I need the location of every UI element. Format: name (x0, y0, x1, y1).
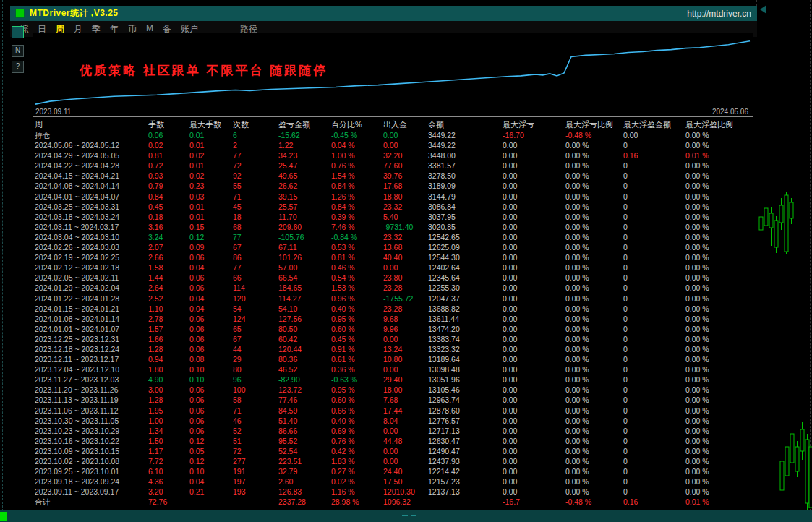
value-cell: 0.00 (503, 487, 565, 497)
value-cell: 12963.74 (428, 395, 503, 405)
table-row[interactable]: 合计72.762337.2828.98 %1096.32-16.7-0.48 %… (35, 497, 756, 507)
value-cell: 13611.44 (428, 314, 503, 324)
table-row[interactable]: 2024.02.19 ~ 2024.02.252.660.0686101.260… (35, 252, 756, 262)
value-cell: 0.91 % (331, 344, 383, 354)
table-row[interactable]: 2023.10.30 ~ 2023.11.051.000.064651.400.… (35, 416, 756, 426)
value-cell: 12214.42 (428, 466, 503, 476)
table-row[interactable]: 持仓0.060.016-15.62-0.45 %0.003449.22-16.7… (35, 130, 756, 140)
value-cell: 0 (623, 487, 685, 497)
value-cell: 0.00 % (565, 395, 623, 405)
tool-button-n[interactable]: N (12, 45, 24, 57)
value-cell: 1.58 (148, 262, 189, 273)
value-cell: 18 (233, 212, 278, 222)
value-cell: 3.20 (148, 487, 189, 497)
value-cell: 0.01 % (685, 497, 747, 507)
table-row[interactable]: 2024.03.25 ~ 2024.03.310.450.014525.570.… (35, 202, 756, 212)
value-cell: 0 (623, 364, 685, 375)
value-cell: 0.00 (503, 232, 565, 242)
table-row[interactable]: 2023.10.02 ~ 2023.10.087.720.12277223.51… (35, 456, 756, 466)
table-row[interactable]: 2023.11.13 ~ 2023.11.191.280.065877.460.… (35, 395, 756, 405)
value-cell: 0.00 % (685, 324, 747, 334)
period-cell: 2023.10.09 ~ 2023.10.15 (35, 446, 148, 456)
table-row[interactable]: 2023.12.11 ~ 2023.12.170.940.082980.360.… (35, 354, 756, 364)
table-row[interactable]: 2024.02.05 ~ 2024.02.111.440.066666.540.… (35, 273, 756, 283)
value-cell: 0.00 % (565, 324, 623, 334)
value-cell: 0.00 (383, 426, 428, 436)
value-cell: 0.00 % (565, 252, 623, 262)
value-cell: 77 (233, 262, 278, 273)
value-cell: 1.95 (148, 406, 189, 416)
value-cell: 101.26 (278, 252, 331, 262)
table-row[interactable]: 2024.04.08 ~ 2024.04.140.790.235526.620.… (35, 181, 756, 191)
value-cell: 0.00 (503, 242, 565, 252)
table-row[interactable]: 2024.01.15 ~ 2024.01.211.100.045454.100.… (35, 304, 756, 314)
table-row[interactable]: 2023.11.06 ~ 2023.11.121.950.067184.590.… (35, 406, 756, 416)
table-row[interactable]: 2024.04.22 ~ 2024.04.280.720.017225.470.… (35, 161, 756, 171)
table-row[interactable]: 2023.09.11 ~ 2023.09.173.200.21193126.83… (35, 487, 756, 497)
table-row[interactable]: 2023.12.18 ~ 2023.12.241.280.0644120.440… (35, 344, 756, 354)
value-cell: 0.00 (503, 212, 565, 222)
table-row[interactable]: 2024.04.01 ~ 2024.04.070.840.037139.151.… (35, 192, 756, 202)
table-row[interactable]: 2023.10.09 ~ 2023.10.151.170.057252.540.… (35, 446, 756, 456)
value-cell: 0.00 % (565, 456, 623, 466)
table-row[interactable]: 2023.12.25 ~ 2023.12.311.660.066760.420.… (35, 334, 756, 344)
table-row[interactable]: 2023.10.16 ~ 2023.10.221.500.125195.520.… (35, 436, 756, 446)
value-cell: 1.83 % (331, 456, 383, 466)
value-cell: -0.48 % (565, 497, 623, 507)
value-cell: 0.00 % (685, 395, 747, 405)
table-row[interactable]: 2024.04.15 ~ 2024.04.210.930.029249.651.… (35, 171, 756, 181)
scrollbar-tick (411, 515, 416, 516)
value-cell: 0.04 (189, 304, 233, 314)
value-cell: 13383.74 (428, 334, 503, 344)
table-row[interactable]: 2023.12.04 ~ 2023.12.101.800.108046.520.… (35, 364, 756, 375)
table-row[interactable]: 2024.03.04 ~ 2024.03.103.240.1277-105.76… (35, 232, 756, 242)
value-cell: 0.00 % (565, 476, 623, 487)
table-row[interactable]: 2024.01.01 ~ 2024.01.071.570.066580.500.… (35, 324, 756, 334)
table-row[interactable]: 2023.11.20 ~ 2023.11.263.000.06100123.72… (35, 385, 756, 395)
period-cell: 2024.02.05 ~ 2024.02.11 (35, 273, 148, 283)
value-cell: 3381.57 (428, 161, 503, 171)
value-cell: 0.79 (148, 181, 189, 191)
value-cell: 0.00 % (685, 262, 747, 273)
value-cell: 54.10 (278, 304, 331, 314)
value-cell: 24.40 (383, 466, 428, 476)
table-row[interactable]: 2024.01.22 ~ 2024.01.282.520.04120114.27… (35, 294, 756, 304)
table-row[interactable]: 2024.03.18 ~ 2024.03.240.180.011811.700.… (35, 212, 756, 222)
window-title: MTDriver统计 ,V3.25 (30, 7, 119, 20)
tool-button-grid-icon[interactable] (12, 26, 24, 38)
value-cell: 1.26 % (331, 192, 383, 202)
table-row[interactable]: 2024.04.29 ~ 2024.05.050.810.027734.231.… (35, 150, 756, 161)
value-cell: 0.00 (503, 273, 565, 283)
value-cell: 0.00 % (565, 150, 623, 161)
value-cell: -105.76 (278, 232, 331, 242)
value-cell: 0.36 % (331, 364, 383, 375)
table-row[interactable]: 2024.01.29 ~ 2024.02.042.640.06114184.65… (35, 283, 756, 293)
value-cell: 13688.82 (428, 304, 503, 314)
table-row[interactable]: 2023.09.25 ~ 2023.10.016.100.1019132.790… (35, 466, 756, 476)
value-cell: 46 (233, 416, 278, 426)
table-row[interactable]: 2024.05.06 ~ 2024.05.120.020.0121.220.04… (35, 140, 756, 150)
value-cell: 0.00 % (685, 456, 747, 466)
titlebar-url-link[interactable]: http://mtdriver.cn (687, 9, 751, 19)
value-cell: 0.10 (189, 375, 233, 385)
scrollbar-left-marker[interactable] (0, 512, 7, 521)
value-cell: 18.00 (383, 385, 428, 395)
value-cell: -0.45 % (331, 130, 383, 140)
table-row[interactable]: 2023.09.18 ~ 2023.09.244.360.041972.600.… (35, 476, 756, 487)
value-cell: 3086.84 (428, 202, 503, 212)
period-cell: 2023.10.30 ~ 2023.11.05 (35, 416, 148, 426)
table-row[interactable]: 2024.02.26 ~ 2024.03.032.070.096767.110.… (35, 242, 756, 252)
table-row[interactable]: 2024.03.11 ~ 2024.03.173.160.1568209.607… (35, 222, 756, 232)
value-cell (189, 497, 233, 507)
value-cell: 13.24 (383, 344, 428, 354)
value-cell: 0.00 % (685, 354, 747, 364)
value-cell: 184.65 (278, 283, 331, 293)
table-row[interactable]: 2023.11.27 ~ 2023.12.034.900.1096-82.90-… (35, 375, 756, 385)
tool-button-help-icon[interactable]: ? (12, 61, 24, 73)
table-row[interactable]: 2024.02.12 ~ 2024.02.181.580.047757.000.… (35, 262, 756, 273)
table-row[interactable]: 2023.10.23 ~ 2023.10.291.340.065286.660.… (35, 426, 756, 436)
window-titlebar[interactable]: MTDriver统计 ,V3.25 http://mtdriver.cn (10, 6, 757, 21)
value-cell: 12776.57 (428, 416, 503, 426)
table-row[interactable]: 2024.01.08 ~ 2024.01.142.780.06124127.56… (35, 314, 756, 324)
value-cell: 1.10 (148, 304, 189, 314)
